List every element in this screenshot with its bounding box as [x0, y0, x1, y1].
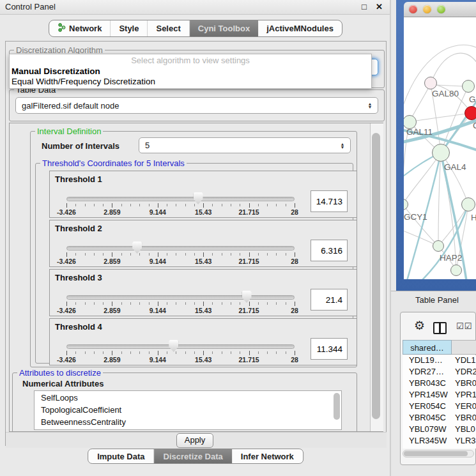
network-node[interactable]: [450, 265, 462, 276]
tab-cyni-toolbox[interactable]: Cyni Toolbox: [190, 20, 258, 36]
number-of-intervals-label: Number of Intervals: [42, 141, 119, 151]
column-header-name[interactable]: n: [452, 340, 476, 355]
table-row[interactable]: YIL052CYIL0: [403, 447, 476, 449]
network-node[interactable]: [462, 80, 475, 93]
network-node[interactable]: [424, 77, 437, 89]
slider-tick-labels: -3.4262.8599.14415.4321.71528: [66, 257, 295, 265]
network-window-titlebar: [404, 2, 476, 17]
slider-tick-labels: -3.4262.8599.14415.4321.71528: [66, 307, 295, 314]
slider-tick-labels: -3.4262.8599.14415.4321.71528: [66, 208, 295, 216]
combo-arrows-icon: ▲▼: [337, 142, 350, 149]
network-view-window: GAL80GACGAL11GAL4GCY1HHAP2: [396, 0, 476, 291]
network-node[interactable]: [433, 240, 444, 252]
minimize-button[interactable]: [423, 5, 431, 13]
slider-ticks: [66, 351, 295, 356]
table-row[interactable]: YBR045CYBR0: [403, 413, 476, 424]
table-row[interactable]: YPR145WYPR1: [403, 390, 476, 401]
tab-discretize-data[interactable]: Discretize Data: [155, 449, 232, 463]
table-row[interactable]: YBL079WYBL0: [403, 424, 476, 436]
cyni-mode-tabbar: Impute Data Discretize Data Infer Networ…: [88, 449, 303, 464]
slider-ticks: [66, 252, 295, 257]
number-of-intervals-combobox[interactable]: 5 ▲▼: [139, 137, 351, 153]
interval-definition-title: Interval Definition: [35, 127, 103, 136]
zoom-button[interactable]: [437, 5, 445, 13]
threshold-1-value-field[interactable]: 14.713: [311, 190, 348, 212]
threshold-4-slider-track[interactable]: [66, 344, 295, 349]
threshold-4-panel: Threshold 4 -3.4262.8599.14415.4321.7152…: [49, 318, 357, 365]
table-panel-title: Table Panel: [415, 295, 459, 305]
control-panel-tabbar: Network Style Select Cyni Toolbox jActiv…: [49, 20, 342, 37]
slider-tick-labels: -3.4262.8599.14415.4321.71528: [66, 356, 295, 364]
attributes-group-title: Attributes to discretize: [17, 368, 103, 378]
apply-button[interactable]: Apply: [176, 433, 213, 448]
settings-scrollbar-thumb[interactable]: [372, 133, 380, 419]
threshold-4-value-field[interactable]: 11.344: [311, 338, 348, 360]
close-window-icon[interactable]: ✕: [376, 2, 383, 12]
thresholds-group-title: Threshold's Coordinates for 5 Intervals: [40, 158, 187, 168]
network-node[interactable]: [464, 106, 476, 120]
columns-icon[interactable]: [433, 322, 447, 334]
list-item[interactable]: BetweennessCentrality: [35, 415, 341, 427]
network-node-label: GAL11: [406, 127, 433, 137]
network-node-label: H: [471, 213, 476, 222]
numerical-attributes-label: Numerical Attributes: [22, 379, 104, 388]
table-row[interactable]: YER054CYER0: [403, 401, 476, 413]
gear-icon[interactable]: ⚙: [414, 319, 425, 332]
tab-select[interactable]: Select: [148, 20, 189, 36]
tab-network-label: Network: [69, 24, 102, 33]
network-canvas[interactable]: GAL80GACGAL11GAL4GCY1HHAP2: [404, 17, 476, 279]
attributes-list-scrollbar[interactable]: [334, 393, 340, 420]
float-window-icon[interactable]: □: [362, 2, 367, 12]
column-header-shared-name[interactable]: shared…: [403, 340, 452, 355]
table-row[interactable]: YBR043CYBR0: [403, 378, 476, 390]
control-panel: Control Panel □ ✕ Network Style Select C…: [0, 0, 391, 476]
close-button[interactable]: [409, 5, 417, 13]
algorithm-dropdown-popup: Select algorithm to view settings Manual…: [9, 54, 372, 89]
threshold-2-value-field[interactable]: 6.316: [311, 240, 348, 261]
combo-arrows-icon: ▲▼: [365, 102, 378, 109]
table-row[interactable]: YDL19…YDL1: [403, 355, 476, 367]
dropdown-placeholder: Select algorithm to view settings: [10, 56, 371, 65]
tab-network[interactable]: Network: [49, 20, 111, 36]
threshold-2-panel: Threshold 2 -3.4262.8599.14415.4321.7152…: [49, 220, 357, 267]
threshold-3-value-field[interactable]: 21.4: [311, 289, 348, 311]
dropdown-option-manual-discretization[interactable]: Manual Discretization: [12, 66, 100, 76]
network-node-label: GAL4: [444, 162, 466, 172]
network-node[interactable]: [461, 197, 475, 211]
table-data-combobox[interactable]: galFiltered.sif default node ▲▼: [15, 97, 378, 114]
control-panel-titlebar: Control Panel □ ✕: [0, 0, 391, 15]
table-row[interactable]: YDR27…YDR2: [403, 367, 476, 378]
list-item[interactable]: SelfLoops: [35, 391, 341, 403]
threshold-3-panel: Threshold 3 -3.4262.8599.14415.4321.7152…: [49, 269, 357, 316]
table-row[interactable]: YLR345WYLR3: [403, 436, 476, 447]
node-table-rows[interactable]: YDL19…YDL1 YDR27…YDR2 YBR043CYBR0 YPR145…: [403, 355, 476, 449]
list-item[interactable]: TopologicalCoefficient: [35, 403, 341, 415]
network-node-label: GA: [469, 95, 476, 104]
table-horizontal-scrollbar-thumb[interactable]: [404, 451, 468, 456]
slider-ticks: [66, 203, 295, 208]
slider-ticks: [66, 302, 295, 307]
network-node-label: GCY1: [404, 212, 427, 222]
network-node-label: HAP2: [440, 253, 462, 263]
network-node[interactable]: [432, 144, 450, 162]
threshold-1-panel: Threshold 1 -3.4262.8599.14415.4321.7152…: [49, 171, 357, 218]
settings-scrollpane: Interval Definition Number of Intervals …: [9, 123, 383, 432]
network-icon: [58, 23, 66, 34]
threshold-1-slider-track[interactable]: [66, 197, 295, 201]
tab-style[interactable]: Style: [111, 20, 148, 36]
threshold-3-slider-track[interactable]: [66, 295, 295, 300]
numerical-attributes-list[interactable]: SelfLoops TopologicalCoefficient Between…: [34, 390, 342, 430]
tab-infer-network[interactable]: Infer Network: [232, 449, 303, 463]
dropdown-option-equal-width-frequency[interactable]: Equal Width/Frequency Discretization: [12, 77, 155, 86]
control-panel-title: Control Panel: [5, 2, 56, 12]
network-node-label: C: [473, 121, 476, 130]
tab-jactivemnodules[interactable]: jActiveMNodules: [258, 20, 342, 36]
select-columns-checkbox-icons[interactable]: ☑☑: [456, 321, 472, 331]
tab-impute-data[interactable]: Impute Data: [88, 449, 154, 463]
network-node-label: GAL80: [432, 89, 459, 98]
threshold-2-slider-track[interactable]: [66, 246, 295, 250]
